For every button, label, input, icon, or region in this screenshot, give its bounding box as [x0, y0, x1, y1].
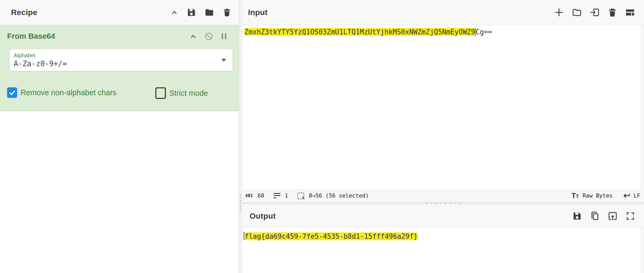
open-file-import-icon[interactable] — [590, 7, 600, 17]
save-recipe-icon[interactable] — [187, 8, 196, 17]
input-output-splitter[interactable] — [242, 202, 644, 204]
input-editor[interactable]: ZmxhZ3tkYTY5YzQ1OS03ZmU1LTQ1MzUtYjhkMS0x… — [242, 25, 644, 190]
clear-recipe-trash-icon[interactable] — [222, 8, 231, 17]
splitter-grip-dots — [240, 194, 241, 210]
recipe-header-icons — [170, 8, 239, 17]
input-settings-layout-icon[interactable] — [625, 7, 635, 17]
clear-io-trash-icon[interactable] — [608, 8, 617, 17]
character-count-value: 60 — [257, 193, 264, 199]
copy-output-icon[interactable] — [590, 211, 600, 221]
recipe-io-splitter[interactable] — [239, 0, 242, 273]
line-ending-return-icon[interactable] — [623, 192, 631, 199]
remove-non-alphabet-chars-checkbox[interactable]: Remove non-alphabet chars — [7, 87, 116, 98]
input-tail-text: Cg== — [476, 28, 492, 36]
recipe-pane: Recipe From Base64 — [0, 0, 239, 273]
selection-icon: ↖ — [298, 193, 304, 199]
line-ending-selector[interactable]: LF — [634, 193, 640, 199]
checkbox-label: Remove non-alphabet chars — [21, 88, 116, 97]
operation-from-base64[interactable]: From Base64 Alphabet A-Za-z0-9+/= — [0, 25, 239, 111]
disable-operation-ban-icon[interactable] — [205, 32, 213, 41]
alphabet-dropdown[interactable]: Alphabet A-Za-z0-9+/= — [10, 49, 232, 71]
cyberchef-app: Recipe From Base64 — [0, 0, 644, 273]
add-input-tab-plus-icon[interactable] — [554, 7, 564, 17]
operation-checkbox-row: Remove non-alphabet chars Strict mode — [0, 87, 239, 98]
input-header: Input — [242, 0, 644, 25]
input-header-icons — [554, 7, 644, 17]
dropdown-caret-icon — [221, 59, 226, 62]
breakpoint-pause-icon[interactable] — [220, 32, 228, 40]
recipe-title: Recipe — [11, 8, 37, 17]
collapse-operation-chevron-up-icon[interactable] — [189, 32, 197, 40]
output-editor[interactable]: flag{da69c459-7fe5-4535-b8d1-15fff496a29… — [242, 228, 644, 273]
alphabet-label: Alphabet — [14, 52, 232, 59]
io-pane: ZmxhZ3tkYTY5YzQ1OS03ZmU1LTQ1MzUtYjhkMS0x… — [242, 0, 644, 273]
checkbox-checked-icon — [7, 87, 17, 98]
encoding-selector[interactable]: Raw Bytes — [583, 193, 613, 199]
editor-scrollbar[interactable] — [641, 0, 644, 273]
output-header-icons — [572, 211, 644, 221]
open-output-in-tab-icon[interactable] — [608, 211, 618, 221]
collapse-recipe-chevron-up-icon[interactable] — [170, 8, 178, 16]
save-output-floppy-icon[interactable] — [572, 211, 582, 221]
output-text: flag{da69c459-7fe5-4535-b8d1-15fff496a29… — [245, 232, 418, 240]
output-title: Output — [242, 212, 276, 221]
text-encoding-Tt-icon[interactable]: TT — [572, 192, 579, 200]
alphabet-value: A-Za-z0-9+/= — [14, 59, 232, 68]
strict-mode-checkbox[interactable]: Strict mode — [155, 87, 208, 99]
operation-title: From Base64 — [7, 32, 55, 41]
line-count-icon — [274, 193, 280, 198]
input-status-bar: ABC 60 1 ↖ 0→56 (56 selected) TT Raw Byt… — [242, 190, 644, 202]
input-selected-text: ZmxhZ3tkYTY5YzQ1OS03ZmU1LTQ1MzUtYjhkMS0x… — [244, 28, 476, 36]
operation-header: From Base64 — [0, 25, 239, 41]
output-header: Output — [242, 204, 644, 228]
input-title: Input — [242, 8, 267, 17]
operation-icons — [189, 32, 228, 41]
recipe-header: Recipe — [0, 0, 239, 25]
selection-range: 0→56 (56 selected) — [309, 193, 369, 199]
maximise-output-icon[interactable] — [626, 211, 635, 221]
status-bar-right: TT Raw Bytes LF — [572, 192, 640, 200]
checkbox-unchecked-icon — [155, 87, 166, 99]
load-recipe-folder-icon[interactable] — [205, 8, 214, 17]
open-folder-icon[interactable] — [572, 7, 582, 17]
character-count-abc-icon: ABC — [245, 193, 253, 198]
output-cursor — [244, 232, 244, 240]
checkbox-label: Strict mode — [169, 89, 208, 98]
line-count-value: 1 — [285, 193, 288, 199]
